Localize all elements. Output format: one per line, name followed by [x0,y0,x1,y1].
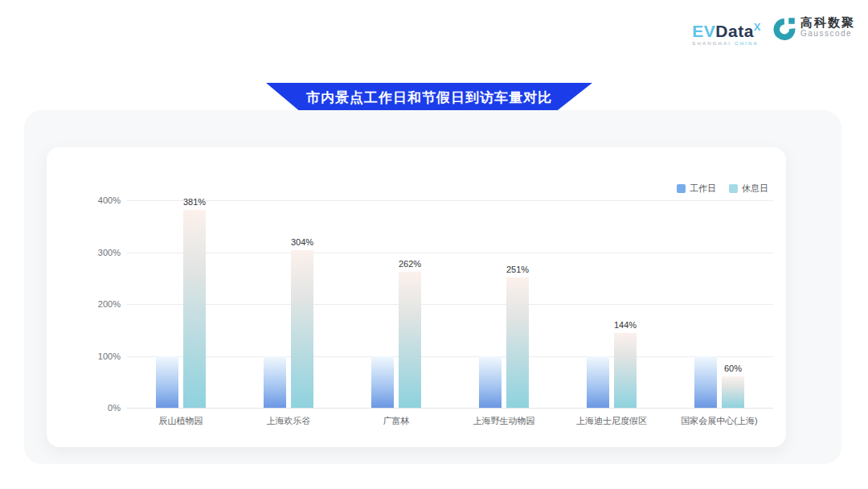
y-tick-label: 400% [72,195,121,205]
bar-holiday[interactable] [506,277,529,408]
category-label: 上海欢乐谷 [228,415,349,427]
bar-holiday[interactable] [722,376,744,408]
y-tick-label: 200% [72,299,121,309]
chart-card: 工作日 休息日 0%100%200%300%400%381%辰山植物园304%上… [47,147,786,447]
value-label: 60% [709,364,757,373]
category-label: 国家会展中心(上海) [659,415,780,427]
y-tick-label: 0% [72,403,121,413]
page-title: 市内景点工作日和节假日到访车量对比 [306,88,552,107]
bar-workday[interactable] [587,356,609,409]
category-label: 上海迪士尼度假区 [551,415,672,427]
gausscode-cn-name: 高科数聚 [800,17,855,28]
gridline [127,356,773,357]
gausscode-en-name: Gausscode [800,28,855,39]
evdata-wordmark: EVDataX [692,19,761,39]
bar-workday[interactable] [371,356,394,409]
evdata-subtext: SHANGHAI CHINA [692,41,759,46]
bar-holiday[interactable] [399,272,421,408]
bar-holiday[interactable] [291,250,313,408]
bar-workday[interactable] [156,356,178,409]
x-axis-line [127,408,773,409]
bar-workday[interactable] [264,356,286,409]
evdata-x-icon: X [754,21,761,33]
value-label: 144% [601,320,649,330]
title-banner: 市内景点工作日和节假日到访车量对比 [266,83,592,113]
value-label: 251% [493,265,542,274]
category-label: 辰山植物园 [121,415,241,427]
y-tick-label: 100% [72,351,121,361]
value-label: 381% [170,197,219,207]
bar-holiday[interactable] [183,210,206,408]
gridline [127,253,773,253]
category-label: 广富林 [336,415,457,427]
gridline [127,200,773,201]
gausscode-logo: 高科数聚 Gausscode [772,16,855,40]
gausscode-g-icon [772,16,796,40]
bar-holiday[interactable] [614,333,637,408]
bar-workday[interactable] [479,356,502,409]
gridline [127,304,773,305]
evdata-logo: EVDataX SHANGHAI CHINA [692,16,761,46]
value-label: 304% [278,237,326,247]
y-tick-label: 300% [72,248,121,257]
value-label: 262% [386,259,434,269]
category-label: 上海野生动物园 [444,415,564,427]
plot-area: 0%100%200%300%400%381%辰山植物园304%上海欢乐谷262%… [47,147,786,447]
header-logos: EVDataX SHANGHAI CHINA 高科数聚 Gausscode [692,16,855,46]
